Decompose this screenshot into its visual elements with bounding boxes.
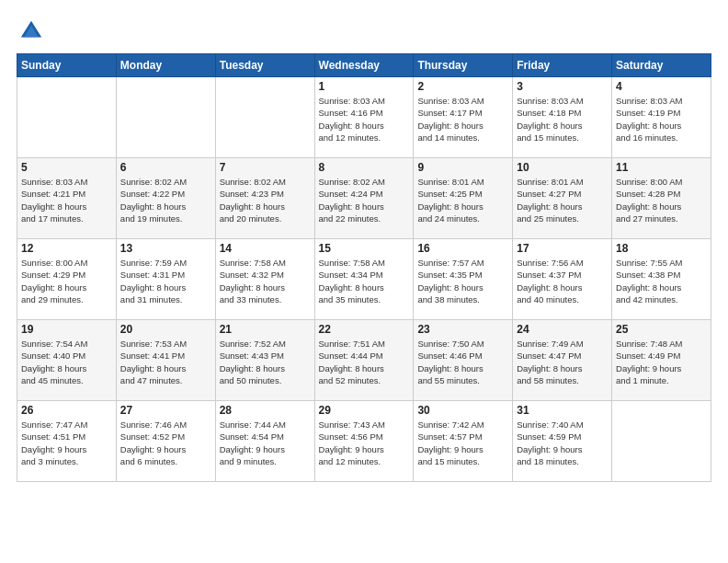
day-info: Sunrise: 7:59 AM Sunset: 4:31 PM Dayligh… [120, 257, 211, 305]
day-cell: 8Sunrise: 8:02 AM Sunset: 4:24 PM Daylig… [314, 158, 414, 239]
day-number: 7 [220, 161, 311, 174]
day-info: Sunrise: 8:01 AM Sunset: 4:27 PM Dayligh… [517, 176, 608, 224]
day-number: 24 [517, 323, 608, 336]
day-cell: 29Sunrise: 7:43 AM Sunset: 4:56 PM Dayli… [314, 401, 414, 482]
day-info: Sunrise: 7:40 AM Sunset: 4:59 PM Dayligh… [517, 419, 608, 467]
day-cell: 19Sunrise: 7:54 AM Sunset: 4:40 PM Dayli… [17, 320, 117, 401]
col-saturday: Saturday [612, 54, 711, 77]
day-number: 8 [319, 161, 410, 174]
day-number: 16 [417, 242, 508, 255]
day-number: 5 [21, 161, 112, 174]
col-friday: Friday [513, 54, 612, 77]
day-info: Sunrise: 8:03 AM Sunset: 4:18 PM Dayligh… [517, 95, 608, 144]
day-number: 21 [220, 323, 311, 336]
day-cell: 6Sunrise: 8:02 AM Sunset: 4:22 PM Daylig… [116, 158, 215, 239]
logo [17, 17, 50, 46]
day-cell: 24Sunrise: 7:49 AM Sunset: 4:47 PM Dayli… [513, 320, 612, 401]
day-number: 26 [21, 404, 112, 417]
day-number: 27 [120, 404, 211, 417]
logo-icon [17, 17, 46, 46]
day-info: Sunrise: 7:43 AM Sunset: 4:56 PM Dayligh… [319, 419, 410, 467]
day-cell [17, 77, 117, 158]
col-sunday: Sunday [17, 54, 117, 77]
day-info: Sunrise: 7:54 AM Sunset: 4:40 PM Dayligh… [21, 338, 112, 386]
day-number: 28 [220, 404, 311, 417]
day-cell: 18Sunrise: 7:55 AM Sunset: 4:38 PM Dayli… [612, 239, 711, 320]
day-cell: 23Sunrise: 7:50 AM Sunset: 4:46 PM Dayli… [414, 320, 513, 401]
day-number: 13 [120, 242, 211, 255]
day-cell: 22Sunrise: 7:51 AM Sunset: 4:44 PM Dayli… [314, 320, 414, 401]
day-number: 25 [616, 323, 707, 336]
col-tuesday: Tuesday [215, 54, 314, 77]
day-cell: 16Sunrise: 7:57 AM Sunset: 4:35 PM Dayli… [414, 239, 513, 320]
day-number: 29 [319, 404, 410, 417]
day-number: 14 [220, 242, 311, 255]
day-cell: 20Sunrise: 7:53 AM Sunset: 4:41 PM Dayli… [116, 320, 215, 401]
day-info: Sunrise: 8:01 AM Sunset: 4:25 PM Dayligh… [417, 176, 508, 224]
day-info: Sunrise: 7:58 AM Sunset: 4:32 PM Dayligh… [220, 257, 311, 305]
day-info: Sunrise: 7:56 AM Sunset: 4:37 PM Dayligh… [517, 257, 608, 305]
day-cell: 30Sunrise: 7:42 AM Sunset: 4:57 PM Dayli… [414, 401, 513, 482]
day-number: 4 [616, 80, 707, 93]
day-number: 20 [120, 323, 211, 336]
week-row-1: 1Sunrise: 8:03 AM Sunset: 4:16 PM Daylig… [17, 77, 711, 158]
day-cell [215, 77, 314, 158]
day-cell: 2Sunrise: 8:03 AM Sunset: 4:17 PM Daylig… [414, 77, 513, 158]
col-monday: Monday [116, 54, 215, 77]
day-info: Sunrise: 8:03 AM Sunset: 4:16 PM Dayligh… [319, 95, 410, 144]
day-number: 18 [616, 242, 707, 255]
day-cell: 17Sunrise: 7:56 AM Sunset: 4:37 PM Dayli… [513, 239, 612, 320]
day-info: Sunrise: 8:02 AM Sunset: 4:22 PM Dayligh… [120, 176, 211, 224]
day-cell: 3Sunrise: 8:03 AM Sunset: 4:18 PM Daylig… [513, 77, 612, 158]
day-info: Sunrise: 7:51 AM Sunset: 4:44 PM Dayligh… [319, 338, 410, 386]
day-cell: 28Sunrise: 7:44 AM Sunset: 4:54 PM Dayli… [215, 401, 314, 482]
day-number: 10 [517, 161, 608, 174]
day-cell: 12Sunrise: 8:00 AM Sunset: 4:29 PM Dayli… [17, 239, 117, 320]
week-row-4: 19Sunrise: 7:54 AM Sunset: 4:40 PM Dayli… [17, 320, 711, 401]
day-info: Sunrise: 7:44 AM Sunset: 4:54 PM Dayligh… [220, 419, 311, 467]
day-cell: 5Sunrise: 8:03 AM Sunset: 4:21 PM Daylig… [17, 158, 117, 239]
day-number: 1 [319, 80, 410, 93]
day-number: 6 [120, 161, 211, 174]
day-info: Sunrise: 7:55 AM Sunset: 4:38 PM Dayligh… [616, 257, 707, 305]
day-number: 12 [21, 242, 112, 255]
day-cell: 10Sunrise: 8:01 AM Sunset: 4:27 PM Dayli… [513, 158, 612, 239]
day-info: Sunrise: 7:42 AM Sunset: 4:57 PM Dayligh… [417, 419, 508, 467]
day-info: Sunrise: 7:52 AM Sunset: 4:43 PM Dayligh… [220, 338, 311, 386]
day-number: 31 [517, 404, 608, 417]
day-info: Sunrise: 7:48 AM Sunset: 4:49 PM Dayligh… [616, 338, 707, 386]
day-cell: 21Sunrise: 7:52 AM Sunset: 4:43 PM Dayli… [215, 320, 314, 401]
header-row: Sunday Monday Tuesday Wednesday Thursday… [17, 54, 711, 77]
day-number: 11 [616, 161, 707, 174]
col-wednesday: Wednesday [314, 54, 414, 77]
day-info: Sunrise: 8:02 AM Sunset: 4:24 PM Dayligh… [319, 176, 410, 224]
header [17, 17, 711, 46]
day-info: Sunrise: 7:46 AM Sunset: 4:52 PM Dayligh… [120, 419, 211, 467]
day-cell [612, 401, 711, 482]
day-info: Sunrise: 8:00 AM Sunset: 4:29 PM Dayligh… [21, 257, 112, 305]
day-cell: 7Sunrise: 8:02 AM Sunset: 4:23 PM Daylig… [215, 158, 314, 239]
week-row-5: 26Sunrise: 7:47 AM Sunset: 4:51 PM Dayli… [17, 401, 711, 482]
day-info: Sunrise: 8:00 AM Sunset: 4:28 PM Dayligh… [616, 176, 707, 224]
day-number: 23 [417, 323, 508, 336]
day-number: 22 [319, 323, 410, 336]
day-info: Sunrise: 7:53 AM Sunset: 4:41 PM Dayligh… [120, 338, 211, 386]
week-row-2: 5Sunrise: 8:03 AM Sunset: 4:21 PM Daylig… [17, 158, 711, 239]
day-number: 17 [517, 242, 608, 255]
day-cell: 31Sunrise: 7:40 AM Sunset: 4:59 PM Dayli… [513, 401, 612, 482]
day-cell: 4Sunrise: 8:03 AM Sunset: 4:19 PM Daylig… [612, 77, 711, 158]
day-info: Sunrise: 8:03 AM Sunset: 4:21 PM Dayligh… [21, 176, 112, 224]
day-cell: 14Sunrise: 7:58 AM Sunset: 4:32 PM Dayli… [215, 239, 314, 320]
day-info: Sunrise: 7:50 AM Sunset: 4:46 PM Dayligh… [417, 338, 508, 386]
day-cell: 26Sunrise: 7:47 AM Sunset: 4:51 PM Dayli… [17, 401, 117, 482]
day-info: Sunrise: 7:58 AM Sunset: 4:34 PM Dayligh… [319, 257, 410, 305]
day-cell: 27Sunrise: 7:46 AM Sunset: 4:52 PM Dayli… [116, 401, 215, 482]
day-number: 15 [319, 242, 410, 255]
day-cell: 25Sunrise: 7:48 AM Sunset: 4:49 PM Dayli… [612, 320, 711, 401]
day-info: Sunrise: 7:47 AM Sunset: 4:51 PM Dayligh… [21, 419, 112, 467]
calendar-table: Sunday Monday Tuesday Wednesday Thursday… [17, 53, 711, 482]
day-cell: 15Sunrise: 7:58 AM Sunset: 4:34 PM Dayli… [314, 239, 414, 320]
day-number: 3 [517, 80, 608, 93]
day-number: 9 [417, 161, 508, 174]
day-cell: 1Sunrise: 8:03 AM Sunset: 4:16 PM Daylig… [314, 77, 414, 158]
